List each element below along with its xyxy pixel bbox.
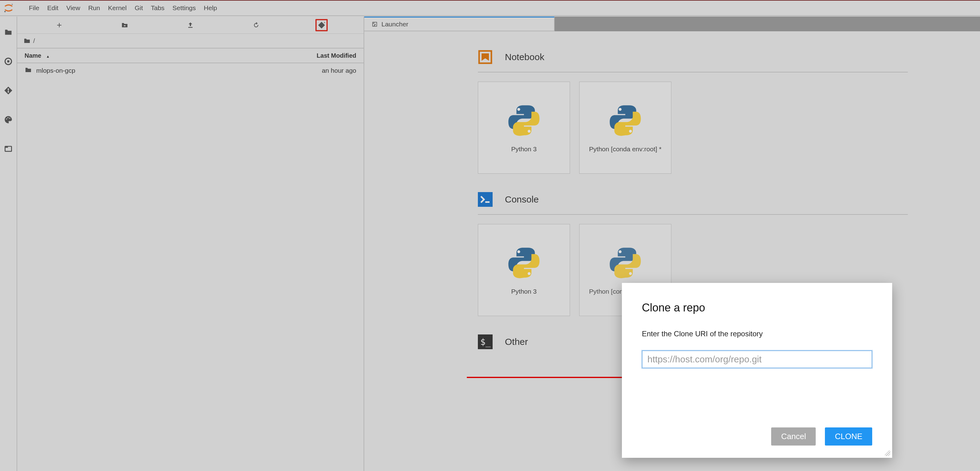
dialog-title: Clone a repo xyxy=(642,301,872,314)
clone-repo-dialog: Clone a repo Enter the Clone URI of the … xyxy=(622,283,892,458)
cancel-button[interactable]: Cancel xyxy=(771,427,816,446)
annotation-arrow xyxy=(467,377,639,378)
clone-button[interactable]: CLONE xyxy=(825,427,872,446)
dialog-label: Enter the Clone URI of the repository xyxy=(642,330,872,338)
clone-uri-input[interactable] xyxy=(642,350,872,368)
resize-grip-icon[interactable] xyxy=(885,450,890,456)
